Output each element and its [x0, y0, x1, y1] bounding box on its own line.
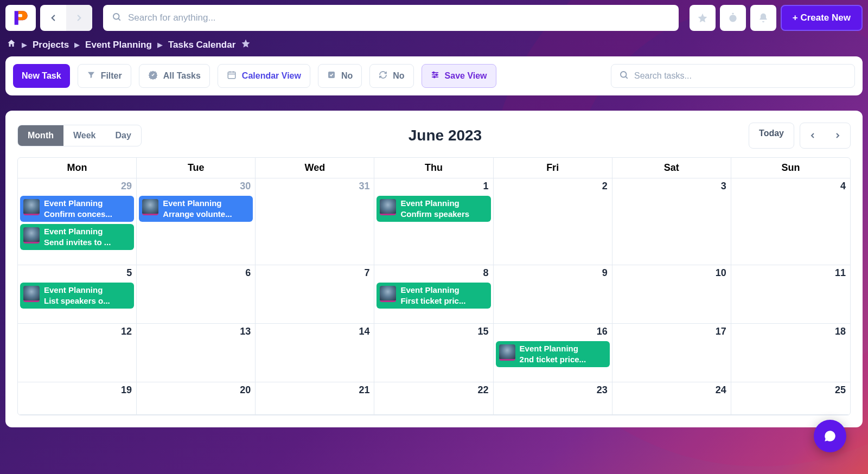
event-title: 2nd ticket price...: [520, 354, 586, 365]
calendar-event[interactable]: Event Planning Arrange volunte...: [139, 196, 253, 222]
toggle-1-button[interactable]: No: [318, 64, 362, 88]
event-project: Event Planning: [44, 198, 112, 209]
calendar-cell[interactable]: 25: [731, 382, 850, 415]
chat-fab[interactable]: [814, 420, 846, 452]
calendar-cell[interactable]: 6: [137, 265, 256, 324]
calendar-cell[interactable]: 10: [612, 265, 731, 324]
day-number: 10: [716, 267, 726, 279]
event-title: First ticket pric...: [400, 296, 465, 306]
view-tab-month[interactable]: Month: [18, 125, 63, 146]
day-number: 13: [240, 326, 251, 337]
global-search[interactable]: [103, 5, 679, 31]
svg-point-13: [433, 72, 435, 74]
day-number: 20: [240, 385, 251, 396]
view-tab-week[interactable]: Week: [63, 125, 106, 146]
next-month-button[interactable]: [825, 123, 850, 148]
day-number: 22: [478, 385, 489, 396]
task-search[interactable]: [611, 64, 855, 88]
day-number: 14: [359, 326, 369, 337]
new-task-button[interactable]: New Task: [13, 64, 70, 88]
calendar-view-button[interactable]: Calendar View: [218, 64, 310, 88]
calendar-cell[interactable]: 9: [494, 265, 612, 324]
calendar-event[interactable]: Event Planning First ticket pric...: [376, 283, 490, 309]
calendar-cell[interactable]: 12: [18, 324, 137, 382]
calendar-cell[interactable]: 17: [612, 324, 731, 382]
star-icon[interactable]: [241, 39, 251, 51]
breadcrumb-tasks-calendar[interactable]: Tasks Calendar: [168, 40, 235, 50]
calendar-cell[interactable]: 3: [612, 178, 731, 265]
all-tasks-button[interactable]: All Tasks: [139, 64, 210, 88]
home-icon[interactable]: [7, 39, 16, 51]
calendar-cell[interactable]: 31: [256, 178, 374, 265]
toggle-2-button[interactable]: No: [369, 64, 413, 88]
app-logo[interactable]: [5, 5, 36, 31]
calendar-event[interactable]: Event Planning Send invites to ...: [20, 224, 134, 250]
calendar-event[interactable]: Event Planning Confirm conces...: [20, 196, 134, 222]
day-number: 7: [364, 267, 369, 279]
calendar-view-label: Calendar View: [242, 71, 301, 81]
refresh-icon: [379, 71, 387, 81]
calendar-cell[interactable]: 24: [612, 382, 731, 415]
day-number: 29: [121, 181, 132, 192]
calendar-cell[interactable]: 15: [374, 324, 493, 382]
filter-button[interactable]: Filter: [78, 64, 131, 88]
calendar-cell[interactable]: 19: [18, 382, 137, 415]
day-number: 16: [597, 326, 608, 337]
calendar-event[interactable]: Event Planning Confirm speakers: [376, 196, 490, 222]
timer-button[interactable]: [720, 5, 746, 31]
calendar-cell[interactable]: 22: [374, 382, 493, 415]
breadcrumb-event-planning[interactable]: Event Planning: [85, 40, 152, 50]
calendar-cell[interactable]: 20: [137, 382, 256, 415]
save-view-button[interactable]: Save View: [422, 64, 496, 88]
calendar-cell[interactable]: 23: [494, 382, 612, 415]
calendar-cell[interactable]: 16 Event Planning 2nd ticket price...: [494, 324, 612, 382]
event-thumbnail: [380, 286, 396, 302]
calendar-cell[interactable]: 21: [256, 382, 374, 415]
day-number: 12: [121, 326, 132, 337]
calendar-cell[interactable]: 7: [256, 265, 374, 324]
calendar-cell[interactable]: 14: [256, 324, 374, 382]
calendar-cell[interactable]: 11: [731, 265, 850, 324]
filter-label: Filter: [101, 71, 122, 81]
day-number: 5: [126, 267, 132, 279]
day-number: 8: [483, 267, 489, 279]
calendar-cell[interactable]: 4: [731, 178, 850, 265]
checkbox-icon: [327, 71, 336, 81]
calendar-cell[interactable]: 1 Event Planning Confirm speakers: [374, 178, 493, 265]
svg-line-2: [118, 18, 120, 20]
prev-month-button[interactable]: [800, 123, 825, 148]
sliders-icon: [431, 71, 439, 81]
day-number: 25: [835, 385, 846, 396]
calendar-event[interactable]: Event Planning List speakers o...: [20, 283, 134, 309]
view-tab-day[interactable]: Day: [106, 125, 141, 146]
global-search-input[interactable]: [128, 12, 670, 23]
calendar-cell[interactable]: 8 Event Planning First ticket pric...: [374, 265, 493, 324]
calendar-cell[interactable]: 30 Event Planning Arrange volunte...: [137, 178, 256, 265]
calendar-cell[interactable]: 29 Event Planning Confirm conces... Even…: [18, 178, 137, 265]
day-header: Fri: [494, 158, 612, 178]
svg-rect-5: [228, 72, 235, 79]
calendar-cell[interactable]: 2: [494, 178, 612, 265]
task-search-input[interactable]: [634, 71, 847, 81]
svg-point-1: [113, 14, 119, 20]
day-number: 3: [721, 181, 726, 192]
favorites-button[interactable]: [690, 5, 716, 31]
calendar-event[interactable]: Event Planning 2nd ticket price...: [496, 341, 610, 367]
calendar-cell[interactable]: 18: [731, 324, 850, 382]
nav-back-button[interactable]: [40, 5, 66, 31]
notifications-button[interactable]: [750, 5, 776, 31]
calendar-cell[interactable]: 13: [137, 324, 256, 382]
event-project: Event Planning: [44, 285, 110, 296]
filter-icon: [87, 71, 95, 81]
breadcrumb: ▶ Projects ▶ Event Planning ▶ Tasks Cale…: [7, 39, 861, 51]
day-number: 19: [121, 385, 132, 396]
today-button[interactable]: Today: [749, 123, 794, 149]
breadcrumb-projects[interactable]: Projects: [33, 40, 69, 50]
day-number: 4: [840, 181, 846, 192]
calendar-cell[interactable]: 5 Event Planning List speakers o...: [18, 265, 137, 324]
view-tabs: Month Week Day: [17, 125, 142, 146]
search-icon: [112, 12, 122, 24]
event-project: Event Planning: [163, 198, 232, 209]
create-new-button[interactable]: + Create New: [781, 5, 863, 31]
event-thumbnail: [499, 344, 515, 361]
